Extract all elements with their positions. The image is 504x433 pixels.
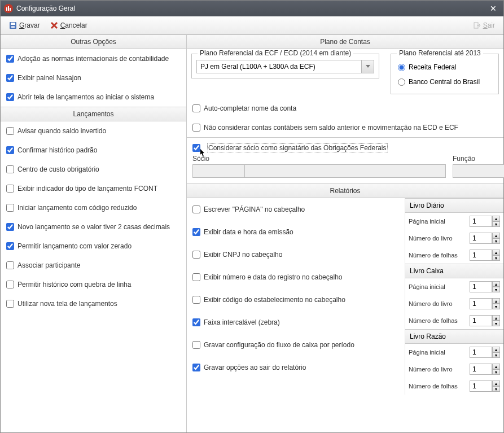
spinner-up-icon[interactable]: ▲ xyxy=(492,233,500,238)
outras-opt-2-checkbox[interactable] xyxy=(6,93,14,101)
book-1-row-0-spinner[interactable]: ▲▼ xyxy=(470,281,500,292)
spinner-down-icon[interactable]: ▼ xyxy=(492,238,500,244)
ref2013-legend: Plano Referencial até 2013 xyxy=(397,49,483,57)
book-2-row-0-input[interactable] xyxy=(470,347,492,358)
spinner-down-icon[interactable]: ▼ xyxy=(492,221,500,227)
report-chk-2: Exibir CNPJ no cabeçalho xyxy=(187,243,405,266)
book-2-row-1-input[interactable] xyxy=(470,364,492,375)
spinner-up-icon[interactable]: ▲ xyxy=(492,298,500,304)
book-2-row-2-label: Número de folhas xyxy=(409,383,467,390)
socio-desc-input[interactable] xyxy=(244,164,446,178)
book-0-row-1-spinner[interactable]: ▲▼ xyxy=(470,233,500,244)
report-chk-4-label: Exibir código do estabelecimento no cabe… xyxy=(204,296,345,304)
lanc-opt-3-checkbox[interactable] xyxy=(6,185,14,193)
spinner-down-icon[interactable]: ▼ xyxy=(492,304,500,309)
ecf-value[interactable] xyxy=(196,60,362,73)
outras-opt-1-checkbox[interactable] xyxy=(6,74,14,82)
spinner-down-icon[interactable]: ▼ xyxy=(492,321,500,326)
spinner-down-icon[interactable]: ▼ xyxy=(492,352,500,358)
book-2-row-0-spinner[interactable]: ▲▼ xyxy=(470,347,500,358)
lanc-opt-7-checkbox[interactable] xyxy=(6,261,14,269)
socio-label: Sócio xyxy=(192,155,238,164)
signatario-label: Considerar sócio como signatário das Obr… xyxy=(207,143,388,152)
lanc-opt-9-checkbox[interactable] xyxy=(6,300,14,308)
spinner-up-icon[interactable]: ▲ xyxy=(492,281,500,287)
book-header-0: Livro Diário xyxy=(405,199,503,213)
lanc-opt-1-checkbox[interactable] xyxy=(6,146,14,154)
spinner-down-icon[interactable]: ▼ xyxy=(492,255,500,261)
report-chk-3-checkbox[interactable] xyxy=(192,273,200,281)
book-1-row-0-input[interactable] xyxy=(470,281,492,292)
book-2-row-2-spinner[interactable]: ▲▼ xyxy=(470,380,500,392)
report-chk-7-checkbox[interactable] xyxy=(192,364,200,371)
book-0-row-0-input[interactable] xyxy=(470,216,492,227)
book-1-row-1-input[interactable] xyxy=(470,298,492,309)
lanc-opt-9: Utilizar nova tela de lançamentos xyxy=(1,294,186,313)
spinner-up-icon[interactable]: ▲ xyxy=(492,364,500,369)
book-1-row-2-spinner[interactable]: ▲▼ xyxy=(470,315,500,326)
ecf-legend: Plano Referencial da ECF / ECD (2014 em … xyxy=(198,49,353,57)
funcao-input[interactable] xyxy=(453,164,504,178)
report-chk-0-label: Escrever "PÁGINA" no cabeçalho xyxy=(204,205,305,213)
lanc-opt-6-checkbox[interactable] xyxy=(6,242,14,250)
book-0-row-2-input[interactable] xyxy=(470,250,492,261)
svg-rect-2 xyxy=(10,8,11,11)
close-icon[interactable]: ✕ xyxy=(487,4,500,13)
book-1-row-1-spinner[interactable]: ▲▼ xyxy=(470,298,500,309)
spinner-up-icon[interactable]: ▲ xyxy=(492,250,500,255)
exit-button[interactable]: Sair xyxy=(468,19,500,32)
book-2-row-2-input[interactable] xyxy=(470,380,492,392)
plano-chk-0-checkbox[interactable] xyxy=(192,104,200,112)
spinner-up-icon[interactable]: ▲ xyxy=(492,380,500,386)
spinner-up-icon[interactable]: ▲ xyxy=(492,347,500,352)
report-chk-6-checkbox[interactable] xyxy=(192,341,200,349)
cancel-button[interactable]: Cancelar xyxy=(45,19,93,32)
funcao-select[interactable] xyxy=(453,164,498,178)
save-label-u: G xyxy=(19,21,24,29)
report-chk-1-checkbox[interactable] xyxy=(192,228,200,236)
spinner-up-icon[interactable]: ▲ xyxy=(492,315,500,321)
report-chk-2-checkbox[interactable] xyxy=(192,251,200,259)
book-0-row-0-label: Página inicial xyxy=(409,218,467,225)
report-chk-5-label: Faixa intercalável (zebra) xyxy=(204,318,280,326)
spinner-up-icon[interactable]: ▲ xyxy=(492,216,500,221)
signatario-checkbox[interactable] xyxy=(192,144,200,152)
lanc-opt-4-checkbox[interactable] xyxy=(6,204,14,212)
lanc-opt-0-checkbox[interactable] xyxy=(6,127,14,135)
report-chk-0-checkbox[interactable] xyxy=(192,205,200,213)
book-0-row-0-spinner[interactable]: ▲▼ xyxy=(470,216,500,227)
outras-opt-0-checkbox[interactable] xyxy=(6,55,14,63)
lanc-opt-4-label: Iniciar lançamento com código reduzido xyxy=(17,204,137,212)
report-chk-7: Gravar opções ao sair do relatório xyxy=(187,356,405,379)
book-1-row-1: Número do livro▲▼ xyxy=(405,295,503,312)
chevron-down-icon[interactable] xyxy=(362,60,374,73)
lanc-opt-8-checkbox[interactable] xyxy=(6,281,14,288)
lanc-opt-5-checkbox[interactable] xyxy=(6,223,14,231)
report-chk-1: Exibir data e hora da emissão xyxy=(187,221,405,243)
report-chk-1-label: Exibir data e hora da emissão xyxy=(204,228,293,236)
book-2-row-1: Número do livro▲▼ xyxy=(405,361,503,378)
socio-desc[interactable] xyxy=(244,164,446,178)
book-0-row-2: Número de folhas▲▼ xyxy=(405,247,503,264)
ref2013-radio-0[interactable] xyxy=(398,64,405,71)
save-button[interactable]: Gravar xyxy=(4,19,45,32)
book-0-row-1-label: Número do livro xyxy=(409,235,467,242)
spinner-down-icon[interactable]: ▼ xyxy=(492,369,500,375)
socio-select[interactable] xyxy=(192,164,238,178)
ecf-select[interactable] xyxy=(196,60,374,73)
lanc-opt-2-checkbox[interactable] xyxy=(6,165,14,173)
lanc-opt-7-label: Associar participante xyxy=(17,261,80,269)
book-0-row-1-input[interactable] xyxy=(470,233,492,244)
report-chk-4-checkbox[interactable] xyxy=(192,296,200,304)
lanc-opt-5-label: Novo lançamento se o valor tiver 2 casas… xyxy=(17,223,170,231)
spinner-down-icon[interactable]: ▼ xyxy=(492,287,500,292)
report-chk-5-checkbox[interactable] xyxy=(192,318,200,326)
book-2-row-1-spinner[interactable]: ▲▼ xyxy=(470,364,500,375)
report-chk-0: Escrever "PÁGINA" no cabeçalho xyxy=(187,198,405,221)
config-window: Configuração Geral ✕ Gravar Cancelar Sai… xyxy=(0,0,504,433)
ref2013-radio-1[interactable] xyxy=(398,78,405,86)
book-0-row-2-spinner[interactable]: ▲▼ xyxy=(470,250,500,261)
plano-chk-1-checkbox[interactable] xyxy=(192,124,200,132)
book-1-row-2-input[interactable] xyxy=(470,315,492,326)
spinner-down-icon[interactable]: ▼ xyxy=(492,386,500,392)
